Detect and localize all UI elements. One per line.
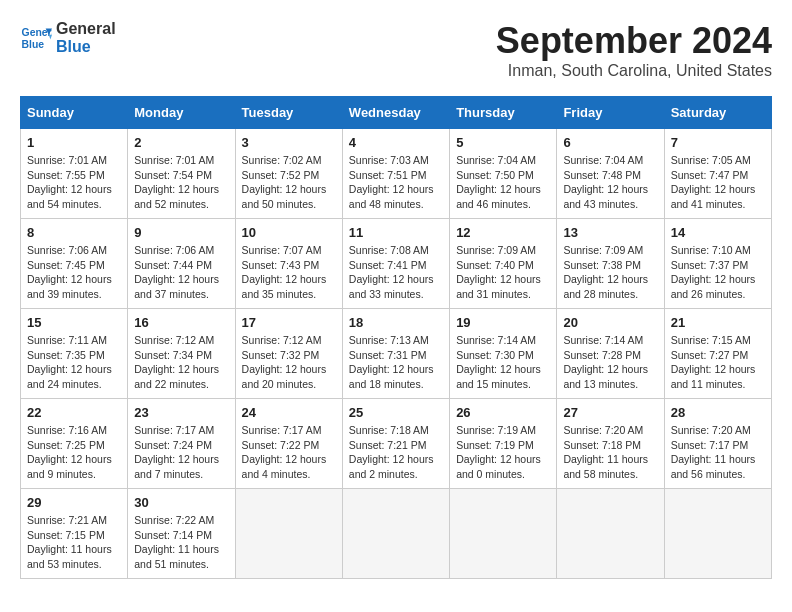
day-cell-27: 27Sunrise: 7:20 AM Sunset: 7:18 PM Dayli…	[557, 399, 664, 489]
col-wednesday: Wednesday	[342, 97, 449, 129]
day-number-28: 28	[671, 405, 765, 420]
svg-text:Blue: Blue	[22, 38, 45, 49]
day-cell-8: 8Sunrise: 7:06 AM Sunset: 7:45 PM Daylig…	[21, 219, 128, 309]
day-cell-3: 3Sunrise: 7:02 AM Sunset: 7:52 PM Daylig…	[235, 129, 342, 219]
day-number-25: 25	[349, 405, 443, 420]
day-cell-19: 19Sunrise: 7:14 AM Sunset: 7:30 PM Dayli…	[450, 309, 557, 399]
day-info-9: Sunrise: 7:06 AM Sunset: 7:44 PM Dayligh…	[134, 243, 228, 302]
day-info-7: Sunrise: 7:05 AM Sunset: 7:47 PM Dayligh…	[671, 153, 765, 212]
day-cell-25: 25Sunrise: 7:18 AM Sunset: 7:21 PM Dayli…	[342, 399, 449, 489]
day-info-29: Sunrise: 7:21 AM Sunset: 7:15 PM Dayligh…	[27, 513, 121, 572]
day-info-3: Sunrise: 7:02 AM Sunset: 7:52 PM Dayligh…	[242, 153, 336, 212]
calendar-table: Sunday Monday Tuesday Wednesday Thursday…	[20, 96, 772, 579]
day-cell-14: 14Sunrise: 7:10 AM Sunset: 7:37 PM Dayli…	[664, 219, 771, 309]
day-cell-1: 1Sunrise: 7:01 AM Sunset: 7:55 PM Daylig…	[21, 129, 128, 219]
day-info-22: Sunrise: 7:16 AM Sunset: 7:25 PM Dayligh…	[27, 423, 121, 482]
logo: General Blue General Blue	[20, 20, 116, 55]
day-number-4: 4	[349, 135, 443, 150]
day-number-27: 27	[563, 405, 657, 420]
day-cell-26: 26Sunrise: 7:19 AM Sunset: 7:19 PM Dayli…	[450, 399, 557, 489]
day-number-24: 24	[242, 405, 336, 420]
day-number-7: 7	[671, 135, 765, 150]
day-info-14: Sunrise: 7:10 AM Sunset: 7:37 PM Dayligh…	[671, 243, 765, 302]
day-cell-15: 15Sunrise: 7:11 AM Sunset: 7:35 PM Dayli…	[21, 309, 128, 399]
day-number-30: 30	[134, 495, 228, 510]
day-info-8: Sunrise: 7:06 AM Sunset: 7:45 PM Dayligh…	[27, 243, 121, 302]
day-info-16: Sunrise: 7:12 AM Sunset: 7:34 PM Dayligh…	[134, 333, 228, 392]
day-number-16: 16	[134, 315, 228, 330]
day-cell-4: 4Sunrise: 7:03 AM Sunset: 7:51 PM Daylig…	[342, 129, 449, 219]
day-info-25: Sunrise: 7:18 AM Sunset: 7:21 PM Dayligh…	[349, 423, 443, 482]
day-info-24: Sunrise: 7:17 AM Sunset: 7:22 PM Dayligh…	[242, 423, 336, 482]
logo-text-line2: Blue	[56, 38, 116, 56]
col-sunday: Sunday	[21, 97, 128, 129]
logo-text-line1: General	[56, 20, 116, 38]
day-info-12: Sunrise: 7:09 AM Sunset: 7:40 PM Dayligh…	[456, 243, 550, 302]
day-number-23: 23	[134, 405, 228, 420]
col-saturday: Saturday	[664, 97, 771, 129]
day-cell-10: 10Sunrise: 7:07 AM Sunset: 7:43 PM Dayli…	[235, 219, 342, 309]
day-cell-5: 5Sunrise: 7:04 AM Sunset: 7:50 PM Daylig…	[450, 129, 557, 219]
day-number-29: 29	[27, 495, 121, 510]
day-info-21: Sunrise: 7:15 AM Sunset: 7:27 PM Dayligh…	[671, 333, 765, 392]
day-info-11: Sunrise: 7:08 AM Sunset: 7:41 PM Dayligh…	[349, 243, 443, 302]
day-info-28: Sunrise: 7:20 AM Sunset: 7:17 PM Dayligh…	[671, 423, 765, 482]
day-info-2: Sunrise: 7:01 AM Sunset: 7:54 PM Dayligh…	[134, 153, 228, 212]
header: General Blue General Blue September 2024…	[20, 20, 772, 80]
day-cell-18: 18Sunrise: 7:13 AM Sunset: 7:31 PM Dayli…	[342, 309, 449, 399]
day-number-22: 22	[27, 405, 121, 420]
day-cell-7: 7Sunrise: 7:05 AM Sunset: 7:47 PM Daylig…	[664, 129, 771, 219]
day-cell-17: 17Sunrise: 7:12 AM Sunset: 7:32 PM Dayli…	[235, 309, 342, 399]
day-info-30: Sunrise: 7:22 AM Sunset: 7:14 PM Dayligh…	[134, 513, 228, 572]
empty-cell	[342, 489, 449, 579]
day-cell-24: 24Sunrise: 7:17 AM Sunset: 7:22 PM Dayli…	[235, 399, 342, 489]
day-info-27: Sunrise: 7:20 AM Sunset: 7:18 PM Dayligh…	[563, 423, 657, 482]
day-cell-11: 11Sunrise: 7:08 AM Sunset: 7:41 PM Dayli…	[342, 219, 449, 309]
day-number-5: 5	[456, 135, 550, 150]
empty-cell	[557, 489, 664, 579]
day-cell-28: 28Sunrise: 7:20 AM Sunset: 7:17 PM Dayli…	[664, 399, 771, 489]
day-number-17: 17	[242, 315, 336, 330]
day-info-4: Sunrise: 7:03 AM Sunset: 7:51 PM Dayligh…	[349, 153, 443, 212]
day-cell-30: 30Sunrise: 7:22 AM Sunset: 7:14 PM Dayli…	[128, 489, 235, 579]
day-cell-21: 21Sunrise: 7:15 AM Sunset: 7:27 PM Dayli…	[664, 309, 771, 399]
day-cell-20: 20Sunrise: 7:14 AM Sunset: 7:28 PM Dayli…	[557, 309, 664, 399]
col-thursday: Thursday	[450, 97, 557, 129]
day-info-26: Sunrise: 7:19 AM Sunset: 7:19 PM Dayligh…	[456, 423, 550, 482]
day-cell-13: 13Sunrise: 7:09 AM Sunset: 7:38 PM Dayli…	[557, 219, 664, 309]
empty-cell	[235, 489, 342, 579]
day-cell-16: 16Sunrise: 7:12 AM Sunset: 7:34 PM Dayli…	[128, 309, 235, 399]
day-info-15: Sunrise: 7:11 AM Sunset: 7:35 PM Dayligh…	[27, 333, 121, 392]
day-cell-23: 23Sunrise: 7:17 AM Sunset: 7:24 PM Dayli…	[128, 399, 235, 489]
calendar-header-row: Sunday Monday Tuesday Wednesday Thursday…	[21, 97, 772, 129]
location-title: Inman, South Carolina, United States	[496, 62, 772, 80]
day-number-14: 14	[671, 225, 765, 240]
day-number-26: 26	[456, 405, 550, 420]
day-info-23: Sunrise: 7:17 AM Sunset: 7:24 PM Dayligh…	[134, 423, 228, 482]
day-number-18: 18	[349, 315, 443, 330]
day-info-18: Sunrise: 7:13 AM Sunset: 7:31 PM Dayligh…	[349, 333, 443, 392]
day-info-10: Sunrise: 7:07 AM Sunset: 7:43 PM Dayligh…	[242, 243, 336, 302]
day-cell-6: 6Sunrise: 7:04 AM Sunset: 7:48 PM Daylig…	[557, 129, 664, 219]
empty-cell	[450, 489, 557, 579]
calendar-week-5: 29Sunrise: 7:21 AM Sunset: 7:15 PM Dayli…	[21, 489, 772, 579]
day-number-21: 21	[671, 315, 765, 330]
day-number-13: 13	[563, 225, 657, 240]
day-number-19: 19	[456, 315, 550, 330]
day-number-8: 8	[27, 225, 121, 240]
logo-icon: General Blue	[20, 22, 52, 54]
col-monday: Monday	[128, 97, 235, 129]
day-number-3: 3	[242, 135, 336, 150]
day-number-10: 10	[242, 225, 336, 240]
day-info-1: Sunrise: 7:01 AM Sunset: 7:55 PM Dayligh…	[27, 153, 121, 212]
calendar-week-4: 22Sunrise: 7:16 AM Sunset: 7:25 PM Dayli…	[21, 399, 772, 489]
col-tuesday: Tuesday	[235, 97, 342, 129]
day-cell-22: 22Sunrise: 7:16 AM Sunset: 7:25 PM Dayli…	[21, 399, 128, 489]
col-friday: Friday	[557, 97, 664, 129]
day-cell-12: 12Sunrise: 7:09 AM Sunset: 7:40 PM Dayli…	[450, 219, 557, 309]
day-info-6: Sunrise: 7:04 AM Sunset: 7:48 PM Dayligh…	[563, 153, 657, 212]
day-number-12: 12	[456, 225, 550, 240]
title-area: September 2024 Inman, South Carolina, Un…	[496, 20, 772, 80]
day-info-5: Sunrise: 7:04 AM Sunset: 7:50 PM Dayligh…	[456, 153, 550, 212]
calendar-week-2: 8Sunrise: 7:06 AM Sunset: 7:45 PM Daylig…	[21, 219, 772, 309]
